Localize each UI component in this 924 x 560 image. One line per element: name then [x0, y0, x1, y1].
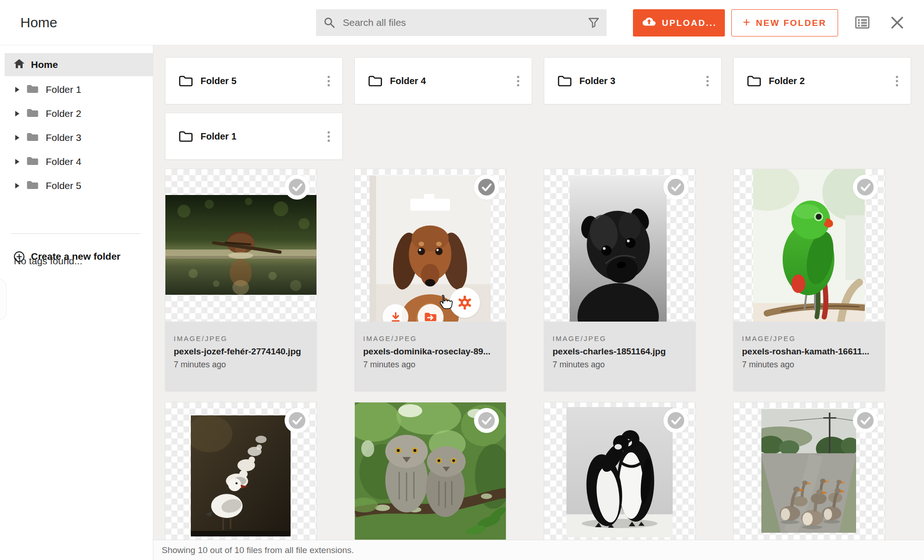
upload-button[interactable]: UPLOAD...: [633, 9, 725, 37]
close-icon: [890, 15, 905, 30]
checkmark-icon: [857, 179, 874, 195]
sidebar-divider: [11, 233, 140, 234]
transparency-checkerboard: [165, 169, 316, 322]
checkmark-icon: [668, 412, 684, 429]
folder-outline-icon: [178, 130, 193, 143]
plus-icon: +: [743, 15, 751, 30]
top-bar: Home UPLOAD... + NEW FOLDER: [0, 0, 924, 45]
thumbnail-seagulls: [191, 415, 291, 536]
file-card[interactable]: IMAGE/JPEG pexels-charles-1851164.jpg 7 …: [544, 169, 695, 391]
folder-card[interactable]: Folder 1: [165, 113, 342, 159]
checkmark-icon: [289, 412, 305, 429]
transparency-checkerboard: [355, 402, 506, 555]
select-check-badge[interactable]: [285, 175, 310, 200]
file-card[interactable]: IMAGE/JPEG pexels-jozef-fehér-2774140.jp…: [165, 169, 316, 391]
file-time: 7 minutes ago: [553, 360, 687, 370]
file-card[interactable]: IMAGE/JPEG pexels-roshan-kamath-16611...…: [734, 169, 885, 391]
file-card[interactable]: [544, 402, 695, 555]
sidebar-home-label: Home: [31, 59, 58, 70]
settings-button[interactable]: [450, 287, 480, 318]
transparency-checkerboard: [734, 402, 885, 555]
search-input[interactable]: [342, 9, 573, 36]
thumbnail-black-pug: [570, 176, 667, 322]
folder-menu-button[interactable]: [320, 72, 337, 90]
thumbnail-geese: [761, 409, 856, 533]
file-meta: IMAGE/JPEG pexels-jozef-fehér-2774140.jp…: [165, 322, 316, 391]
select-check-badge[interactable]: [474, 408, 499, 433]
select-check-badge[interactable]: [474, 175, 499, 200]
file-type: IMAGE/JPEG: [553, 335, 687, 342]
caret-right-icon[interactable]: [15, 87, 19, 92]
list-view-icon: [855, 16, 869, 29]
checkmark-icon: [668, 179, 684, 195]
caret-right-icon[interactable]: [15, 135, 19, 140]
list-view-toggle-button[interactable]: [854, 15, 870, 31]
filter-icon[interactable]: [587, 16, 600, 31]
transparency-checkerboard: [165, 402, 316, 555]
thumbnail-dog-swimming: [165, 195, 316, 295]
folder-icon: [26, 84, 39, 96]
folder-outline-icon: [557, 75, 572, 87]
folder-icon: [26, 108, 39, 120]
folder-menu-button[interactable]: [699, 72, 716, 90]
file-card[interactable]: [165, 402, 316, 555]
home-icon: [13, 58, 25, 71]
transparency-checkerboard: [734, 169, 885, 322]
file-name: pexels-dominika-roseclay-89...: [363, 347, 498, 357]
file-card[interactable]: IMAGE/JPEG pexels-dominika-roseclay-89..…: [355, 169, 506, 391]
search-icon: [323, 17, 335, 30]
thumbnail-penguins: [566, 407, 673, 537]
main-content: Folder 5 Folder 4 Folder 3 Folder 2 Fold…: [153, 45, 924, 560]
caret-right-icon[interactable]: [15, 159, 19, 164]
file-meta: IMAGE/JPEG pexels-dominika-roseclay-89..…: [355, 322, 506, 391]
cloud-upload-icon: [641, 17, 657, 30]
sidebar: Home Folder 1 Folder 2 Folder 3 Folder 4…: [0, 45, 153, 560]
folder-card[interactable]: Folder 4: [355, 58, 532, 104]
folder-outline-icon: [368, 75, 383, 87]
folder-icon: [26, 156, 39, 168]
add-to-folder-icon: [424, 312, 437, 322]
folder-outline-icon: [747, 75, 761, 87]
sidebar-item-folder-5[interactable]: Folder 5: [0, 176, 153, 196]
transparency-checkerboard: [544, 402, 695, 555]
select-check-badge[interactable]: [853, 175, 878, 200]
folder-outline-icon: [178, 75, 193, 87]
folder-card[interactable]: Folder 2: [734, 58, 911, 104]
folder-icon: [26, 180, 39, 192]
sidebar-item-folder-1[interactable]: Folder 1: [0, 79, 153, 100]
close-button[interactable]: [889, 15, 906, 31]
folder-menu-button[interactable]: [510, 72, 526, 90]
checkmark-icon: [478, 179, 495, 195]
folder-menu-button[interactable]: [320, 127, 337, 146]
folder-card[interactable]: Folder 3: [544, 58, 721, 104]
file-name: pexels-jozef-fehér-2774140.jpg: [174, 347, 308, 357]
file-manager-window: Home UPLOAD... + NEW FOLDER: [0, 0, 924, 560]
no-tags-text: No tags found...: [14, 256, 82, 267]
select-check-badge[interactable]: [663, 408, 688, 433]
sidebar-item-folder-2[interactable]: Folder 2: [0, 103, 153, 124]
file-card[interactable]: [355, 402, 506, 555]
file-card[interactable]: [734, 402, 885, 555]
checkmark-icon: [478, 412, 495, 429]
select-check-badge[interactable]: [853, 408, 878, 433]
file-name: pexels-charles-1851164.jpg: [553, 347, 687, 357]
sidebar-item-home[interactable]: Home: [5, 53, 153, 76]
select-check-badge[interactable]: [285, 408, 310, 433]
file-meta: IMAGE/JPEG pexels-roshan-kamath-16611...…: [734, 322, 885, 391]
sidebar-item-folder-3[interactable]: Folder 3: [0, 128, 153, 148]
search-bar: [316, 9, 607, 36]
file-type: IMAGE/JPEG: [174, 335, 308, 342]
file-type: IMAGE/JPEG: [742, 335, 876, 342]
checkmark-icon: [289, 179, 305, 195]
folder-card[interactable]: Folder 5: [165, 58, 342, 104]
select-check-badge[interactable]: [663, 175, 688, 200]
caret-right-icon[interactable]: [15, 183, 19, 189]
page-title: Home: [20, 0, 57, 45]
new-folder-button[interactable]: + NEW FOLDER: [731, 9, 838, 37]
checkmark-icon: [857, 412, 874, 429]
file-time: 7 minutes ago: [174, 360, 308, 370]
folder-menu-button[interactable]: [888, 72, 905, 90]
sidebar-item-folder-4[interactable]: Folder 4: [0, 152, 153, 172]
caret-right-icon[interactable]: [15, 111, 19, 116]
download-icon: [389, 311, 402, 322]
